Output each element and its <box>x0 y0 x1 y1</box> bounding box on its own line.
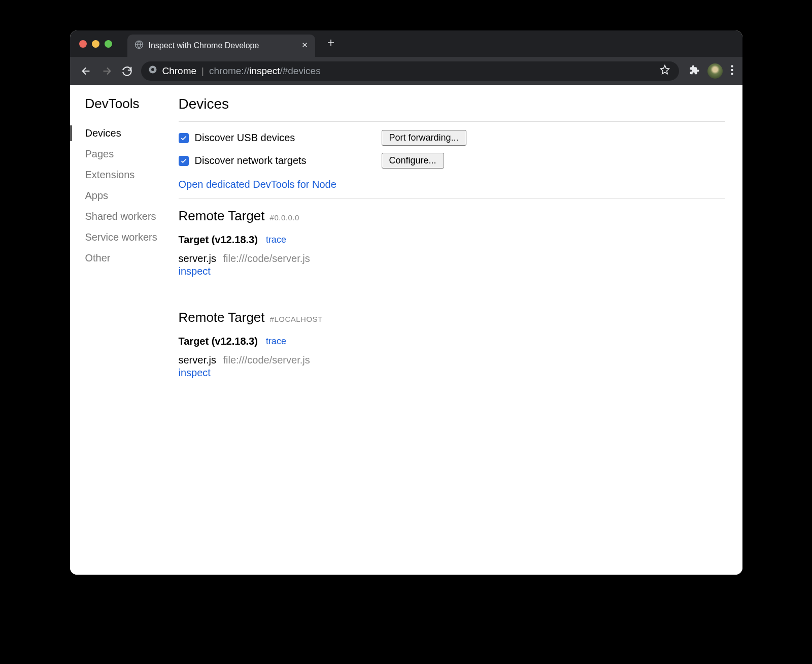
url-host: chrome:// <box>209 65 249 77</box>
discover-usb-checkbox[interactable] <box>179 133 189 143</box>
file-name: server.js <box>179 253 216 264</box>
browser-toolbar: Chrome | chrome://inspect/#devices <box>70 57 742 85</box>
remote-target-label: Remote Target <box>179 310 265 325</box>
discover-network-row: Discover network targets Configure... <box>179 153 725 169</box>
open-devtools-node-link[interactable]: Open dedicated DevTools for Node <box>179 179 336 190</box>
svg-point-4 <box>731 69 733 71</box>
remote-target-block: Remote Target #LOCALHOST Target (v12.18.… <box>179 310 725 394</box>
remote-target-tag: #0.0.0.0 <box>270 213 299 222</box>
remote-target-heading: Remote Target #LOCALHOST <box>179 310 725 325</box>
inspect-link[interactable]: inspect <box>179 265 211 277</box>
browser-window: Inspect with Chrome Develope Chrome | ch… <box>70 30 742 575</box>
extensions-icon[interactable] <box>689 65 699 77</box>
forward-button[interactable] <box>97 62 116 80</box>
sidebar-item-apps[interactable]: Apps <box>70 185 179 206</box>
tab-bar: Inspect with Chrome Develope <box>70 30 742 57</box>
discover-usb-row: Discover USB devices Port forwarding... <box>179 130 725 146</box>
remote-target-heading: Remote Target #0.0.0.0 <box>179 208 725 224</box>
svg-point-2 <box>151 68 154 71</box>
file-path: file:///code/server.js <box>223 354 310 366</box>
maximize-window-button[interactable] <box>105 40 112 48</box>
page-title: Devices <box>179 96 725 122</box>
sidebar-item-label: Apps <box>85 190 109 201</box>
divider <box>179 198 725 199</box>
remote-target-label: Remote Target <box>179 208 265 224</box>
trace-link[interactable]: trace <box>266 235 286 245</box>
url-hash: /#devices <box>280 65 320 77</box>
inspect-link[interactable]: inspect <box>179 367 211 379</box>
sidebar-item-extensions[interactable]: Extensions <box>70 164 179 185</box>
close-window-button[interactable] <box>79 40 87 48</box>
discover-network-label: Discover network targets <box>195 155 307 167</box>
remote-target-block: Remote Target #0.0.0.0 Target (v12.18.3)… <box>179 208 725 292</box>
file-path: file:///code/server.js <box>223 253 310 264</box>
sidebar-item-label: Shared workers <box>85 211 156 222</box>
toolbar-right <box>689 63 733 79</box>
tab-title: Inspect with Chrome Develope <box>149 41 297 50</box>
sidebar-item-label: Other <box>85 252 111 263</box>
browser-tab[interactable]: Inspect with Chrome Develope <box>127 35 315 57</box>
kebab-menu-icon[interactable] <box>731 65 733 77</box>
main-panel: Devices Discover USB devices Port forwar… <box>179 85 742 575</box>
file-name: server.js <box>179 354 216 366</box>
close-tab-icon[interactable] <box>301 41 308 50</box>
remote-target-tag: #LOCALHOST <box>270 315 323 323</box>
minimize-window-button[interactable] <box>92 40 99 48</box>
target-name: Target (v12.18.3) <box>179 336 258 347</box>
bookmark-icon[interactable] <box>660 64 670 77</box>
url-path: inspect <box>249 65 280 77</box>
sidebar-item-service-workers[interactable]: Service workers <box>70 227 179 248</box>
target-name: Target (v12.18.3) <box>179 234 258 246</box>
sidebar-item-pages[interactable]: Pages <box>70 144 179 164</box>
target-row: Target (v12.18.3) trace <box>179 336 725 347</box>
sidebar-item-shared-workers[interactable]: Shared workers <box>70 206 179 227</box>
sidebar-item-label: Service workers <box>85 231 157 243</box>
sidebar-item-label: Pages <box>85 148 114 159</box>
svg-point-3 <box>731 65 733 67</box>
new-tab-button[interactable] <box>326 38 335 50</box>
sidebar: DevTools Devices Pages Extensions Apps S… <box>70 85 179 575</box>
svg-point-5 <box>731 73 733 75</box>
discover-options: Discover USB devices Port forwarding... … <box>179 130 725 198</box>
file-row: server.js file:///code/server.js <box>179 253 725 264</box>
chrome-icon <box>148 65 157 77</box>
configure-button[interactable]: Configure... <box>382 153 444 169</box>
url-divider: | <box>201 65 204 77</box>
address-bar[interactable]: Chrome | chrome://inspect/#devices <box>141 61 679 81</box>
profile-avatar[interactable] <box>707 63 723 79</box>
sidebar-item-label: Devices <box>85 127 121 139</box>
port-forwarding-button[interactable]: Port forwarding... <box>382 130 466 146</box>
sidebar-item-label: Extensions <box>85 169 135 180</box>
file-row: server.js file:///code/server.js <box>179 354 725 366</box>
window-controls <box>70 40 122 48</box>
globe-icon <box>134 40 144 51</box>
back-button[interactable] <box>77 62 95 80</box>
sidebar-item-other[interactable]: Other <box>70 248 179 269</box>
trace-link[interactable]: trace <box>266 336 286 347</box>
page-content: DevTools Devices Pages Extensions Apps S… <box>70 85 742 575</box>
reload-button[interactable] <box>118 62 136 80</box>
discover-network-checkbox[interactable] <box>179 156 189 166</box>
sidebar-item-devices[interactable]: Devices <box>70 123 179 144</box>
sidebar-title: DevTools <box>70 96 179 123</box>
target-row: Target (v12.18.3) trace <box>179 234 725 246</box>
url-scheme: Chrome <box>162 65 197 77</box>
discover-usb-label: Discover USB devices <box>195 132 295 144</box>
